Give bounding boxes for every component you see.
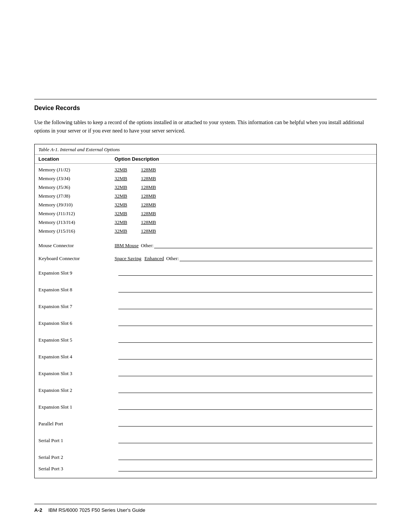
expansion-slot-6-label: Expansion Slot 6 (38, 320, 115, 326)
serial-port-1-row: Serial Port 1 (38, 435, 373, 444)
enhanced-text: Enhanced (144, 256, 164, 262)
table-row: Memory (J5/J6) 32MB 128MB (38, 184, 373, 192)
memory-j1j2-option: 32MB 128MB (115, 167, 373, 173)
expansion-slot-9-row: Expansion Slot 9 (38, 267, 373, 276)
table-row: Memory (J1/J2) 32MB 128MB (38, 167, 373, 174)
expansion-slot-3-row: Expansion Slot 3 (38, 367, 373, 377)
memory-j11j12-label: Memory (J11/J12) (38, 211, 115, 217)
footer-product-text: IBM RS/6000 7025 F50 Series User's Guide (48, 507, 145, 513)
table-row: Memory (J13/J14) 32MB 128MB (38, 219, 373, 227)
memory-j11j12-option: 32MB 128MB (115, 211, 373, 217)
serial-port-3-label: Serial Port 3 (38, 466, 115, 472)
memory-32mb: 32MB (115, 167, 127, 173)
expansion-slot-7-fill (118, 309, 373, 309)
page: Device Records Use the following tables … (0, 0, 411, 532)
memory-j7j8-label: Memory (J7/J8) (38, 193, 115, 199)
serial-port-2-label: Serial Port 2 (38, 454, 115, 460)
expansion-slot-8-row: Expansion Slot 8 (38, 284, 373, 293)
expansion-slot-2-row: Expansion Slot 2 (38, 384, 373, 393)
expansion-slot-1-label: Expansion Slot 1 (38, 404, 115, 410)
memory-j5j6-option: 32MB 128MB (115, 184, 373, 190)
memory-j7j8-option: 32MB 128MB (115, 193, 373, 199)
parallel-port-fill (118, 426, 373, 427)
keyboard-other-label: Other: (166, 256, 179, 262)
serial-port-2-row: Serial Port 2 (38, 451, 373, 460)
table-row: Memory (J3/J4) 32MB 128MB (38, 176, 373, 183)
expansion-slot-4-fill (118, 359, 373, 359)
table-row: Memory (J9/J10) 32MB 128MB (38, 202, 373, 209)
memory-128mb: 128MB (141, 167, 156, 173)
expansion-slot-8-fill (118, 292, 373, 292)
table-caption: Table A-1. Internal and External Options (35, 144, 376, 155)
mouse-fill-line (154, 248, 373, 248)
memory-j1j2-label: Memory (J1/J2) (38, 167, 115, 173)
table-header: Location Option Description (35, 155, 376, 164)
expansion-slot-5-label: Expansion Slot 5 (38, 337, 115, 343)
expansion-slot-2-label: Expansion Slot 2 (38, 387, 115, 393)
memory-j5j6-label: Memory (J5/J6) (38, 184, 115, 190)
expansion-slot-7-label: Expansion Slot 7 (38, 304, 115, 310)
serial-port-23-group: Serial Port 2 Serial Port 3 (38, 451, 373, 472)
expansion-slot-4-label: Expansion Slot 4 (38, 354, 115, 360)
serial-port-1-fill (118, 443, 373, 443)
keyboard-fill-line (180, 261, 373, 261)
expansion-slot-1-row: Expansion Slot 1 (38, 401, 373, 410)
memory-j13j14-option: 32MB 128MB (115, 219, 373, 225)
footer-section-label: A-2 (34, 507, 42, 513)
table-body: Memory (J1/J2) 32MB 128MB Memory (J3/J4)… (35, 164, 376, 478)
expansion-slot-6-row: Expansion Slot 6 (38, 317, 373, 326)
serial-port-1-label: Serial Port 1 (38, 438, 115, 444)
parallel-port-label: Parallel Port (38, 421, 115, 427)
serial-port-3-row: Serial Port 3 (38, 463, 373, 472)
expansion-slot-9-label: Expansion Slot 9 (38, 270, 115, 276)
location-header: Location (38, 156, 115, 162)
keyboard-option: Space Saving Enhanced Other: (115, 256, 373, 262)
memory-j9j10-option: 32MB 128MB (115, 202, 373, 208)
options-table: Table A-1. Internal and External Options… (34, 144, 377, 478)
intro-paragraph: Use the following tables to keep a recor… (34, 118, 377, 136)
parallel-port-row: Parallel Port (38, 418, 373, 427)
memory-j3j4-option: 32MB 128MB (115, 176, 373, 182)
expansion-slot-3-label: Expansion Slot 3 (38, 371, 115, 377)
expansion-slot-9-fill (118, 275, 373, 276)
keyboard-connector-label: Keyboard Connector (38, 256, 115, 262)
page-footer: A-2 IBM RS/6000 7025 F50 Series User's G… (34, 504, 377, 513)
expansion-slot-5-row: Expansion Slot 5 (38, 334, 373, 343)
mouse-row: Mouse Connector IBM Mouse Other: (38, 241, 373, 249)
memory-j13j14-label: Memory (J13/J14) (38, 219, 115, 225)
memory-j15j16-label: Memory (J15/J16) (38, 228, 115, 234)
expansion-slot-3-fill (118, 376, 373, 376)
expansion-slot-5-fill (118, 342, 373, 343)
memory-j15j16-option: 32MB 128MB (115, 228, 373, 234)
mouse-other-label: Other: (141, 243, 153, 249)
expansion-slot-2-fill (118, 393, 373, 393)
mouse-connector-label: Mouse Connector (38, 243, 115, 249)
section-divider (34, 99, 377, 99)
mouse-option: IBM Mouse Other: (115, 243, 373, 249)
page-title: Device Records (34, 105, 377, 112)
expansion-slot-8-label: Expansion Slot 8 (38, 287, 115, 293)
option-header: Option Description (115, 156, 373, 162)
keyboard-row: Keyboard Connector Space Saving Enhanced… (38, 254, 373, 262)
expansion-slot-6-fill (118, 326, 373, 326)
expansion-slot-1-fill (118, 409, 373, 410)
memory-j3j4-label: Memory (J3/J4) (38, 176, 115, 182)
table-row: Memory (J11/J12) 32MB 128MB (38, 211, 373, 218)
expansion-slot-7-row: Expansion Slot 7 (38, 300, 373, 310)
serial-port-3-fill (118, 471, 373, 471)
expansion-slot-4-row: Expansion Slot 4 (38, 351, 373, 360)
serial-port-2-fill (118, 460, 373, 460)
memory-j9j10-label: Memory (J9/J10) (38, 202, 115, 208)
table-row: Memory (J7/J8) 32MB 128MB (38, 193, 373, 201)
table-row: Memory (J15/J16) 32MB 128MB (38, 228, 373, 236)
ibm-mouse-text: IBM Mouse (115, 243, 139, 249)
space-saving-text: Space Saving (115, 256, 141, 262)
